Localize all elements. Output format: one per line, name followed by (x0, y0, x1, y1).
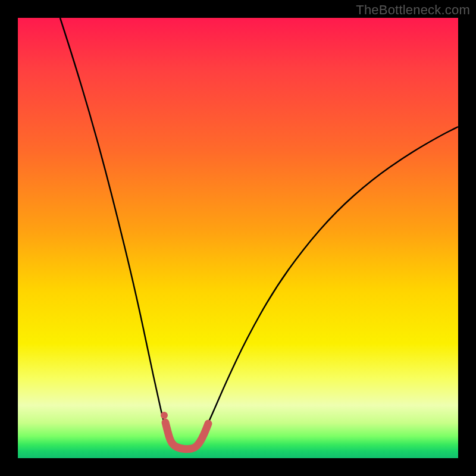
valley-dot (161, 412, 168, 419)
watermark-text: TheBottleneck.com (356, 2, 470, 18)
left-descending-curve (60, 18, 170, 444)
chart-frame: TheBottleneck.com (0, 0, 476, 476)
valley-marker (165, 422, 208, 449)
curve-layer (18, 18, 458, 458)
right-ascending-curve (198, 127, 458, 444)
plot-area (18, 18, 458, 458)
